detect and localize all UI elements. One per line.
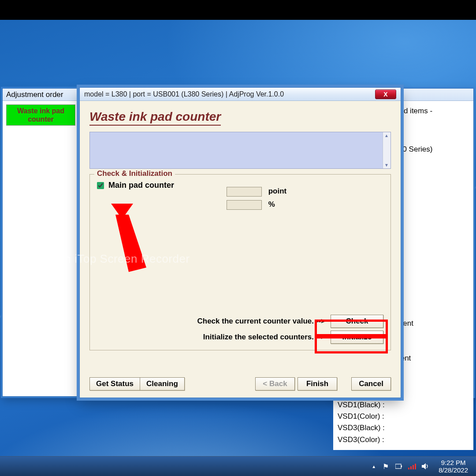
volume-icon[interactable] xyxy=(422,463,429,470)
dialog-titlebar: model = L380 | port = USB001 (L380 Serie… xyxy=(80,88,401,101)
taskbar-date: 8/28/2022 xyxy=(439,466,468,474)
taskbar: ▲ ⚑ 9:22 PM 8/28/2022 xyxy=(0,456,476,476)
battery-icon[interactable] xyxy=(395,463,402,470)
system-tray[interactable]: ▲ ⚑ 9:22 PM 8/28/2022 xyxy=(372,459,476,474)
adjprog-dialog: model = L380 | port = USB001 (L380 Serie… xyxy=(79,87,401,398)
dialog-footer: Get Status Cleaning < Back Finish Cancel xyxy=(89,377,391,390)
taskbar-clock[interactable]: 9:22 PM 8/28/2022 xyxy=(435,459,472,474)
finish-button[interactable]: Finish xyxy=(298,377,337,390)
main-pad-label: Main pad counter xyxy=(108,181,174,190)
cancel-button[interactable]: Cancel xyxy=(351,377,391,390)
get-status-button[interactable]: Get Status xyxy=(89,377,140,390)
main-pad-checkbox[interactable] xyxy=(97,182,104,189)
back-button: < Back xyxy=(255,377,295,390)
point-field xyxy=(227,187,262,197)
initialize-button[interactable]: Initialize xyxy=(331,331,383,344)
log-textarea[interactable] xyxy=(89,132,391,169)
check-prompt: Check the current counter value. --> xyxy=(197,317,326,326)
dialog-title-text: model = L380 | port = USB001 (L380 Serie… xyxy=(84,90,284,98)
info-line: VSD3(Black) : xyxy=(338,422,469,434)
tray-expand-icon[interactable]: ▲ xyxy=(372,464,376,469)
close-button[interactable]: X xyxy=(375,89,396,99)
check-button[interactable]: Check xyxy=(331,315,383,328)
scrollbar[interactable] xyxy=(383,132,390,168)
info-line: VSD1(Color) : xyxy=(338,411,469,422)
svg-rect-2 xyxy=(395,464,401,469)
percent-label: % xyxy=(268,200,275,208)
point-label: point xyxy=(268,187,287,195)
network-icon[interactable] xyxy=(409,463,416,470)
info-line: VSD1(Black) : xyxy=(338,399,469,411)
flag-icon[interactable]: ⚑ xyxy=(382,463,389,470)
adjustment-order-window: Adjustment order Waste ink pad counter xyxy=(2,88,79,397)
group-legend: Check & Initialization xyxy=(94,169,175,178)
sidebar-item-waste-ink[interactable]: Waste ink pad counter xyxy=(6,104,75,126)
init-prompt: Initialize the selected counters. --> xyxy=(203,333,325,342)
svg-marker-4 xyxy=(422,463,426,469)
svg-rect-3 xyxy=(401,465,402,467)
info-line: VSD3(Color) : xyxy=(338,434,469,446)
percent-field xyxy=(227,200,262,210)
dialog-heading: Waste ink pad counter xyxy=(89,110,221,126)
adjustment-order-title: Adjustment order xyxy=(3,89,79,101)
check-init-group: Check & Initialization Main pad counter … xyxy=(89,174,391,350)
taskbar-time: 9:22 PM xyxy=(439,459,468,466)
cleaning-button[interactable]: Cleaning xyxy=(140,377,185,390)
